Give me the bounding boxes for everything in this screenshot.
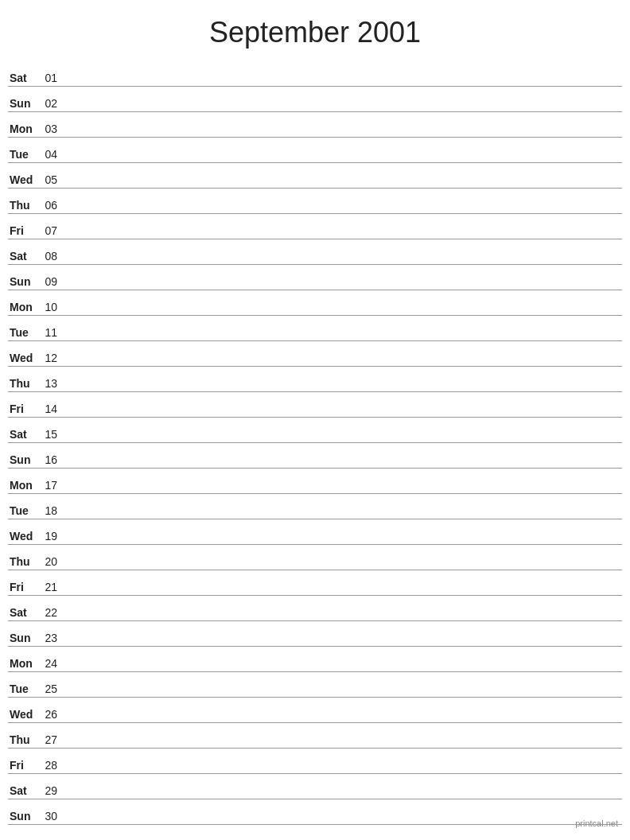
day-name: Wed <box>8 530 38 542</box>
day-name: Fri <box>8 402 38 415</box>
day-row: Wed12 <box>8 341 622 367</box>
day-row: Sat08 <box>8 239 622 265</box>
day-name: Fri <box>8 759 38 772</box>
day-row: Fri14 <box>8 392 622 418</box>
day-name: Sat <box>8 428 38 441</box>
day-number: 10 <box>38 301 60 313</box>
day-number: 28 <box>38 759 60 772</box>
day-number: 05 <box>38 173 60 186</box>
day-number: 14 <box>38 402 60 415</box>
day-number: 22 <box>38 606 60 619</box>
calendar-container: Sat01Sun02Mon03Tue04Wed05Thu06Fri07Sat08… <box>0 61 630 825</box>
day-row: Sun02 <box>8 87 622 112</box>
day-number: 11 <box>38 326 60 339</box>
day-row: Thu06 <box>8 189 622 214</box>
day-row: Wed19 <box>8 519 622 545</box>
day-row: Mon10 <box>8 290 622 316</box>
day-number: 16 <box>38 453 60 466</box>
day-number: 06 <box>38 199 60 212</box>
footer-credit: printcal.net <box>575 819 618 828</box>
day-name: Tue <box>8 148 38 161</box>
day-number: 24 <box>38 657 60 670</box>
day-name: Mon <box>8 301 38 313</box>
day-name: Sun <box>8 453 38 466</box>
day-name: Tue <box>8 682 38 695</box>
day-row: Sat29 <box>8 774 622 799</box>
day-row: Mon03 <box>8 112 622 138</box>
day-row: Mon24 <box>8 647 622 672</box>
page-title: September 2001 <box>0 0 630 61</box>
day-number: 27 <box>38 733 60 746</box>
day-number: 26 <box>38 708 60 721</box>
day-name: Sat <box>8 250 38 262</box>
day-row: Tue04 <box>8 138 622 163</box>
day-name: Thu <box>8 199 38 212</box>
day-number: 04 <box>38 148 60 161</box>
day-row: Thu27 <box>8 723 622 749</box>
day-name: Fri <box>8 581 38 593</box>
day-row: Tue25 <box>8 672 622 698</box>
day-name: Thu <box>8 555 38 568</box>
day-name: Tue <box>8 504 38 517</box>
day-row: Tue18 <box>8 494 622 519</box>
day-name: Tue <box>8 326 38 339</box>
day-row: Fri28 <box>8 749 622 774</box>
day-name: Sat <box>8 606 38 619</box>
day-name: Wed <box>8 708 38 721</box>
day-number: 25 <box>38 682 60 695</box>
day-number: 07 <box>38 224 60 237</box>
day-row: Sat01 <box>8 61 622 87</box>
day-name: Wed <box>8 173 38 186</box>
day-number: 13 <box>38 377 60 390</box>
day-row: Sun23 <box>8 621 622 647</box>
day-number: 02 <box>38 97 60 110</box>
day-row: Wed05 <box>8 163 622 189</box>
day-name: Sun <box>8 632 38 644</box>
day-row: Sat15 <box>8 418 622 443</box>
day-name: Wed <box>8 352 38 364</box>
day-row: Mon17 <box>8 469 622 494</box>
day-row: Sat22 <box>8 596 622 621</box>
day-number: 18 <box>38 504 60 517</box>
day-row: Tue11 <box>8 316 622 341</box>
day-name: Thu <box>8 733 38 746</box>
day-name: Mon <box>8 122 38 135</box>
day-number: 21 <box>38 581 60 593</box>
day-number: 23 <box>38 632 60 644</box>
day-name: Thu <box>8 377 38 390</box>
day-name: Fri <box>8 224 38 237</box>
day-number: 17 <box>38 479 60 492</box>
day-row: Thu20 <box>8 545 622 570</box>
day-row: Thu13 <box>8 367 622 392</box>
day-number: 29 <box>38 784 60 797</box>
day-name: Mon <box>8 479 38 492</box>
day-number: 08 <box>38 250 60 262</box>
day-number: 15 <box>38 428 60 441</box>
day-number: 20 <box>38 555 60 568</box>
day-name: Sun <box>8 275 38 288</box>
day-number: 19 <box>38 530 60 542</box>
day-row: Sun30 <box>8 799 622 825</box>
day-number: 03 <box>38 122 60 135</box>
day-name: Sat <box>8 784 38 797</box>
day-name: Sat <box>8 72 38 84</box>
day-name: Mon <box>8 657 38 670</box>
day-row: Sun09 <box>8 265 622 290</box>
day-number: 12 <box>38 352 60 364</box>
day-row: Wed26 <box>8 698 622 723</box>
day-row: Fri07 <box>8 214 622 239</box>
day-name: Sun <box>8 810 38 822</box>
day-number: 09 <box>38 275 60 288</box>
day-row: Sun16 <box>8 443 622 469</box>
day-row: Fri21 <box>8 570 622 596</box>
day-number: 30 <box>38 810 60 822</box>
day-number: 01 <box>38 72 60 84</box>
day-name: Sun <box>8 97 38 110</box>
